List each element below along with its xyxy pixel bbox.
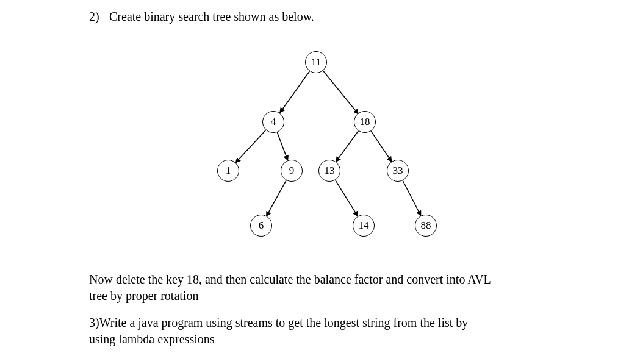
tree-node-6: 6 xyxy=(250,215,272,237)
question-3-number: 3) xyxy=(89,316,99,329)
tree-node-18: 18 xyxy=(354,111,376,133)
tree-node-1: 1 xyxy=(217,160,239,182)
node-label: 18 xyxy=(360,116,370,128)
question-3-line2: using lambda expressions xyxy=(89,331,215,348)
avl-task-line1: Now delete the key 18, and then calculat… xyxy=(89,271,568,288)
svg-line-4 xyxy=(336,131,359,162)
svg-line-1 xyxy=(323,70,359,114)
svg-line-7 xyxy=(336,180,358,216)
node-label: 14 xyxy=(359,219,369,232)
svg-line-0 xyxy=(280,71,310,113)
avl-task-line2: tree by proper rotation xyxy=(89,288,198,304)
tree-node-14: 14 xyxy=(353,215,375,237)
node-label: 11 xyxy=(311,56,321,68)
tree-node-13: 13 xyxy=(318,160,340,182)
svg-line-8 xyxy=(403,180,421,216)
node-label: 33 xyxy=(393,165,403,177)
tree-node-11: 11 xyxy=(305,51,327,73)
node-label: 6 xyxy=(259,219,264,232)
svg-line-6 xyxy=(267,180,287,216)
question-3-text-1: Write a java program using streams to ge… xyxy=(99,316,469,329)
node-label: 13 xyxy=(325,165,335,177)
question-3-line1: 3)Write a java program using streams to … xyxy=(89,315,468,331)
svg-line-5 xyxy=(371,131,392,162)
bst-diagram: 11 4 18 1 9 13 33 6 14 88 xyxy=(0,0,629,364)
tree-node-4: 4 xyxy=(262,111,284,133)
tree-node-9: 9 xyxy=(281,160,303,182)
node-label: 9 xyxy=(289,165,295,177)
tree-node-33: 33 xyxy=(387,160,409,182)
page: 2) Create binary search tree shown as be… xyxy=(0,0,629,364)
node-label: 1 xyxy=(226,165,231,177)
node-label: 88 xyxy=(421,219,431,232)
tree-node-88: 88 xyxy=(415,215,437,237)
node-label: 4 xyxy=(271,116,276,128)
svg-line-3 xyxy=(277,132,287,160)
svg-line-2 xyxy=(235,130,266,163)
